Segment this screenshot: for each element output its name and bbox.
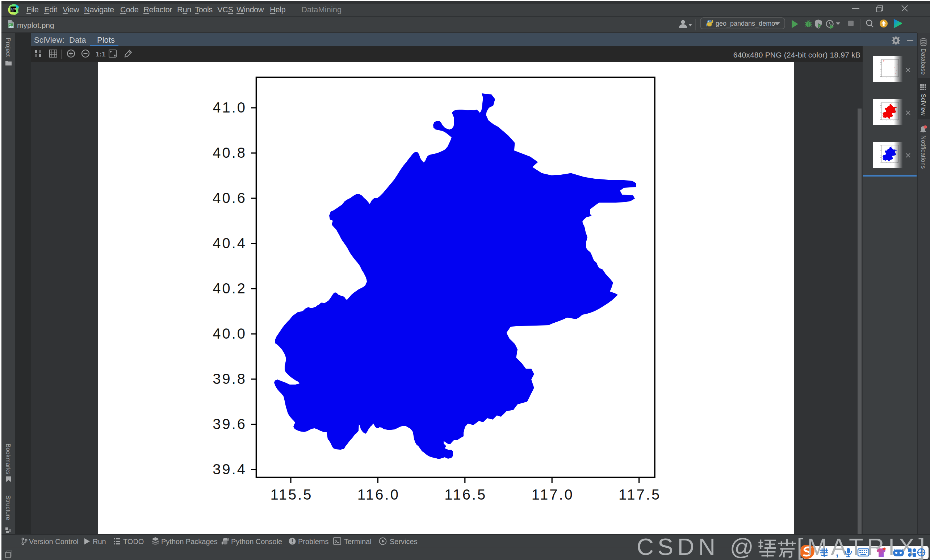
- svg-text:116.5: 116.5: [444, 486, 487, 502]
- svg-text:39.4: 39.4: [212, 461, 246, 477]
- svg-text:117.0: 117.0: [532, 486, 574, 502]
- svg-text:geo_pandans_demo: geo_pandans_demo: [716, 20, 775, 28]
- svg-text:40.0: 40.0: [212, 325, 246, 342]
- svg-text:,: ,: [836, 547, 839, 558]
- svg-text:40.8: 40.8: [212, 145, 246, 161]
- svg-text:39.6: 39.6: [212, 416, 246, 432]
- svg-text:Terminal: Terminal: [344, 538, 371, 546]
- svg-text:39.8: 39.8: [212, 371, 246, 387]
- svg-text:Python Console: Python Console: [231, 538, 282, 546]
- svg-text:PC: PC: [11, 7, 16, 11]
- svg-text:Problems: Problems: [298, 538, 328, 546]
- svg-text:Run: Run: [93, 538, 106, 546]
- svg-text:Services: Services: [390, 538, 417, 546]
- svg-text:1:1: 1:1: [95, 50, 106, 58]
- svg-text:116.0: 116.0: [357, 486, 400, 502]
- svg-text:TODO: TODO: [123, 538, 144, 546]
- svg-text:40.2: 40.2: [212, 280, 246, 296]
- svg-text:115.5: 115.5: [270, 486, 313, 502]
- svg-text:41.0: 41.0: [212, 100, 246, 115]
- svg-text:40.6: 40.6: [212, 190, 246, 206]
- svg-text:117.5: 117.5: [619, 486, 661, 502]
- svg-text:40.4: 40.4: [212, 235, 246, 251]
- svg-text:Version Control: Version Control: [29, 538, 79, 546]
- svg-text:Python Packages: Python Packages: [161, 538, 218, 546]
